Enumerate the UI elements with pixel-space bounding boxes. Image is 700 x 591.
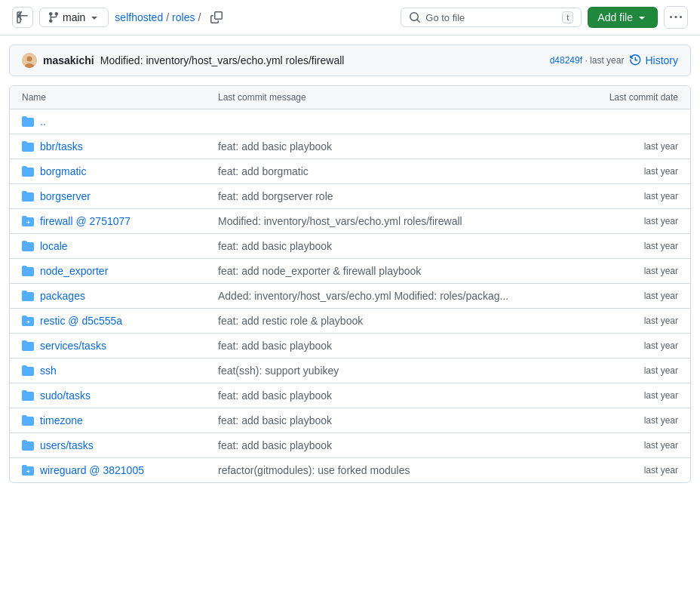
commit-message-cell: feat: add basic playbook — [218, 414, 542, 426]
date-cell: last year — [542, 365, 678, 376]
table-row: wireguard @ 3821005refactor(gitmodules):… — [10, 458, 690, 482]
folder-icon — [22, 340, 34, 352]
submodule-icon — [22, 464, 34, 476]
sidebar-toggle[interactable] — [12, 7, 33, 28]
date-cell: last year — [542, 241, 678, 251]
submodule-icon — [22, 315, 34, 327]
file-cell: borgmatic — [22, 165, 218, 177]
table-row: borgserverfeat: add borgserver rolelast … — [10, 184, 690, 209]
file-cell: restic @ d5c555a — [22, 315, 218, 327]
commit-author: masakichi — [43, 54, 94, 66]
date-cell: last year — [542, 166, 678, 177]
commit-message-cell: feat: add basic playbook — [218, 340, 542, 352]
file-cell: .. — [22, 115, 218, 128]
file-cell: timezone — [22, 414, 218, 426]
file-cell: packages — [22, 290, 218, 302]
folder-icon — [22, 140, 34, 152]
copy-path-button[interactable] — [207, 8, 226, 27]
col-commit: Last commit message — [218, 92, 542, 103]
folder-icon — [22, 389, 34, 402]
table-row: sudo/tasksfeat: add basic playbooklast y… — [10, 383, 690, 408]
file-cell: firewall @ 2751077 — [22, 215, 218, 227]
date-cell: last year — [542, 316, 678, 326]
file-name-link[interactable]: services/tasks — [40, 340, 106, 352]
top-nav: main selfhosted / roles / Go to file t A… — [0, 0, 700, 35]
search-shortcut: t — [562, 11, 573, 23]
file-name-link[interactable]: .. — [40, 115, 46, 128]
date-cell: last year — [542, 216, 678, 226]
commit-bar: masakichi Modified: inventory/host_vars/… — [9, 45, 691, 76]
file-cell: wireguard @ 3821005 — [22, 464, 218, 476]
file-cell: borgserver — [22, 190, 218, 202]
date-cell: last year — [542, 291, 678, 301]
commit-message-cell: feat: add borgserver role — [218, 190, 542, 202]
date-cell: last year — [542, 340, 678, 351]
history-label: History — [645, 54, 678, 66]
search-label: Go to file — [425, 12, 557, 23]
add-file-button[interactable]: Add file — [588, 7, 658, 28]
submodule-name-link[interactable]: restic @ d5c555a — [40, 315, 122, 327]
table-row: firewall @ 2751077Modified: inventory/ho… — [10, 209, 690, 234]
commit-message-cell: Modified: inventory/host_vars/echo.yml r… — [218, 215, 542, 227]
file-name-link[interactable]: sudo/tasks — [40, 389, 91, 402]
folder-icon — [22, 115, 34, 128]
breadcrumb-selfhosted[interactable]: selfhosted — [115, 11, 163, 23]
breadcrumb: selfhosted / roles / — [115, 11, 201, 23]
file-name-link[interactable]: borgserver — [40, 190, 91, 202]
folder-icon — [22, 240, 34, 252]
commit-message-cell: refactor(gitmodules): use forked modules — [218, 464, 542, 476]
file-name-link[interactable]: node_exporter — [40, 265, 108, 277]
date-cell: last year — [542, 415, 678, 426]
file-cell: node_exporter — [22, 265, 218, 277]
search-bar[interactable]: Go to file t — [401, 8, 582, 27]
breadcrumb-roles[interactable]: roles — [172, 11, 195, 23]
commit-hash: d48249f · last year — [550, 55, 625, 66]
folder-icon — [22, 165, 34, 177]
table-row: bbr/tasksfeat: add basic playbooklast ye… — [10, 134, 690, 159]
date-cell: last year — [542, 266, 678, 276]
col-date: Last commit date — [542, 92, 678, 103]
folder-icon — [22, 414, 34, 426]
commit-message-cell: feat: add basic playbook — [218, 439, 542, 451]
file-name-link[interactable]: ssh — [40, 365, 57, 377]
file-name-link[interactable]: borgmatic — [40, 165, 86, 177]
file-name-link[interactable]: users/tasks — [40, 439, 94, 451]
file-name-link[interactable]: timezone — [40, 414, 83, 426]
file-name-link[interactable]: packages — [40, 290, 85, 302]
table-row: packagesAdded: inventory/host_vars/echo.… — [10, 284, 690, 309]
file-name-link[interactable]: bbr/tasks — [40, 140, 83, 152]
table-row: .. — [10, 109, 690, 134]
table-row: node_exporterfeat: add node_exporter & f… — [10, 259, 690, 284]
table-row: users/tasksfeat: add basic playbooklast … — [10, 433, 690, 458]
folder-icon — [22, 265, 34, 277]
file-cell: services/tasks — [22, 340, 218, 352]
file-cell: locale — [22, 240, 218, 252]
folder-icon — [22, 365, 34, 377]
date-cell: last year — [542, 141, 678, 152]
svg-point-2 — [27, 57, 32, 62]
branch-name: main — [63, 11, 85, 23]
commit-message-cell: feat(ssh): support yubikey — [218, 365, 542, 377]
file-cell: sudo/tasks — [22, 389, 218, 402]
avatar — [22, 53, 37, 68]
table-row: restic @ d5c555afeat: add restic role & … — [10, 309, 690, 334]
table-row: sshfeat(ssh): support yubikeylast year — [10, 359, 690, 383]
commit-message-cell: feat: add basic playbook — [218, 240, 542, 252]
submodule-name-link[interactable]: wireguard @ 3821005 — [40, 464, 144, 476]
folder-icon — [22, 439, 34, 451]
commit-message-cell: feat: add restic role & playbook — [218, 315, 542, 327]
branch-selector[interactable]: main — [39, 8, 109, 27]
commit-message-cell: feat: add basic playbook — [218, 389, 542, 402]
folder-icon — [22, 290, 34, 302]
submodule-name-link[interactable]: firewall @ 2751077 — [40, 215, 130, 227]
file-name-link[interactable]: locale — [40, 240, 68, 252]
history-button[interactable]: History — [630, 54, 678, 66]
commit-message-cell: feat: add borgmatic — [218, 165, 542, 177]
commit-message-cell: feat: add basic playbook — [218, 140, 542, 152]
more-options-button[interactable] — [664, 6, 688, 29]
commit-message: Modified: inventory/host_vars/echo.yml r… — [100, 54, 345, 66]
commit-hash-link[interactable]: d48249f — [550, 55, 582, 66]
table-body: ..bbr/tasksfeat: add basic playbooklast … — [10, 109, 690, 482]
submodule-icon — [22, 215, 34, 227]
table-row: timezonefeat: add basic playbooklast yea… — [10, 408, 690, 433]
